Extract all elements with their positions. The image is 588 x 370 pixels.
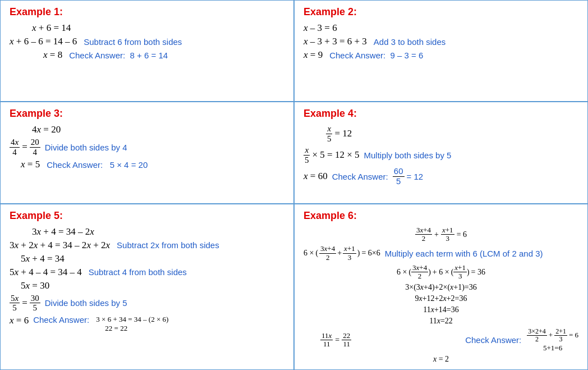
example4-line3: x = 60 Check Answer: 60 5 = 12 [304,167,578,186]
example5-line6: 5x 5 = 30 5 Divide both sides by 5 [10,294,284,313]
frac-3x4-2: 3x+4 2 [415,226,432,243]
frac-x5-1: x 5 [326,124,333,143]
frac-4x: 4x 4 [10,138,20,157]
example5-line7: x = 6 Check Answer: 3 × 6 + 34 = 34 – (2… [10,315,284,333]
example3-line3: x = 5 Check Answer: 5 × 4 = 20 [21,159,284,170]
example6-title: Example 6: [304,210,578,222]
example6-line4: 3×(3x+4)+2×(x+1)=36 [304,283,578,292]
frac-x5-2: x 5 [304,145,310,165]
example4-hint1: Multiply both sides by 5 [364,150,452,160]
example1-hint1: Subtract 6 from both sides [84,37,182,47]
example2-hint1: Add 3 to both sides [374,37,445,47]
example2-cell: Example 2: x – 3 = 6 x – 3 + 3 = 6 + 3 A… [294,0,588,102]
example3-hint1: Divide both sides by 4 [45,143,127,152]
example6-line6: 11x+14=36 [304,305,578,314]
example4-line2: x 5 × 5 = 12 × 5 Multiply both sides by … [304,145,578,165]
example4-line1: x 5 = 12 [326,124,578,143]
frac-check-den: 2+1 3 [554,328,567,343]
example5-line4: 5x + 4 – 4 = 34 – 4 Subtract 4 from both… [10,267,284,278]
example6-line7: 11x=22 [304,317,578,326]
example5-hint1: Subtract 2x from both sides [117,240,219,250]
example1-line3: x = 8 Check Answer: 8 + 6 = 14 [43,49,284,61]
frac-22-11: 22 11 [342,332,351,349]
example5-check: Check Answer: [33,315,91,325]
frac-5x: 5x 5 [10,294,20,313]
example3-check: Check Answer: 5 × 4 = 20 [47,160,148,170]
frac-30: 30 5 [30,294,40,313]
example1-cell: Example 1: x + 6 = 14 x + 6 – 6 = 14 – 6… [0,0,294,102]
example4-cell: Example 4: x 5 = 12 x 5 × 5 = 12 × 5 Mul… [294,102,588,203]
example6-check-label: Check Answer: [465,335,521,345]
frac-x1-3: x+1 3 [441,226,454,243]
example5-line5: 5x = 30 [21,280,284,291]
example3-line1: 4x = 20 [32,124,284,135]
example3-cell: Example 3: 4x = 20 4x 4 = 20 4 Divide bo… [0,102,294,203]
example6-line1: 3x+4 2 + x+1 3 = 6 [304,226,578,243]
frac-x1-3c: x+1 3 [453,264,467,281]
example1-line2: x + 6 – 6 = 14 – 6 Subtract 6 from both … [10,36,284,47]
frac-x1-3b: x+1 3 [343,245,356,262]
example3-title: Example 3: [10,108,284,120]
example5-line3: 5x + 4 = 34 [21,253,284,264]
example5-title: Example 5: [10,210,284,222]
example6-hint1: Multiply each term with 6 (LCM of 2 and … [385,249,543,258]
example2-line3: x = 9 Check Answer: 9 – 3 = 6 [304,49,578,61]
example6-cell: Example 6: 3x+4 2 + x+1 3 = 6 6 × ( [294,204,588,370]
example6-line5: 9x+12+2x+2=36 [304,294,578,303]
example5-hint2: Subtract 4 from both sides [89,267,187,277]
example6-line3: 6 × ( 3x+4 2 ) + 6 × ( x+1 3 ) [304,264,578,281]
example2-check: Check Answer: 9 – 3 = 6 [329,51,423,60]
example3-line2: 4x 4 = 20 4 Divide both sides by 4 [10,138,284,157]
example2-line1: x – 3 = 6 [304,22,578,34]
frac-3x4-2b: 3x+4 2 [319,245,336,262]
example1-line1: x + 6 = 14 [32,22,284,34]
example6-line9: x = 2 [304,355,578,364]
example6-line2: 6 × ( 3x+4 2 + x+1 3 ) = 6×6 Multiply e [304,245,578,262]
example2-line2: x – 3 + 3 = 6 + 3 Add 3 to both sides [304,36,578,47]
example4-title: Example 4: [304,108,578,120]
example4-check: Check Answer: 60 5 = 12 [332,167,424,186]
example5-hint3: Divide both sides by 5 [45,298,127,308]
frac-11x-11: 11x 11 [320,332,333,349]
example5-line1: 3x + 4 = 34 – 2x [32,226,284,237]
example1-title: Example 1: [10,6,284,18]
frac-check-num: 3×2+4 2 [527,328,547,343]
example5-line2: 3x + 2x + 4 = 34 – 2x + 2x Subtract 2x f… [10,240,284,251]
frac-20: 20 4 [30,138,40,157]
example5-cell: Example 5: 3x + 4 = 34 – 2x 3x + 2x + 4 … [0,204,294,370]
example6-line8: 11x 11 = 22 11 Check Answer: 3×2+4 2 + [304,328,578,353]
main-grid: Example 1: x + 6 = 14 x + 6 – 6 = 14 – 6… [0,0,588,370]
frac-60-5: 60 5 [393,167,405,186]
example1-check: Check Answer: 8 + 6 = 14 [69,51,168,60]
example2-title: Example 2: [304,6,578,18]
frac-3x4-2c: 3x+4 2 [411,264,428,281]
